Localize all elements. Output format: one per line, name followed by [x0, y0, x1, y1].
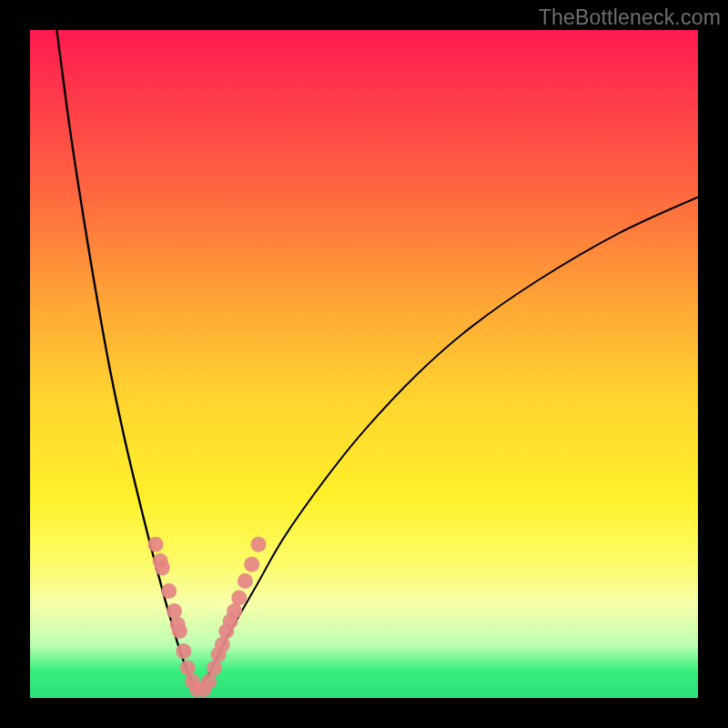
highlight-dots [147, 537, 266, 697]
highlight-dot [161, 583, 177, 599]
highlight-dot [231, 590, 247, 605]
highlight-dot [238, 573, 253, 589]
highlight-dot [147, 537, 163, 552]
highlight-dot [215, 637, 230, 652]
highlight-dot [167, 603, 182, 619]
highlight-dot [172, 623, 187, 639]
right-curve [197, 197, 699, 692]
highlight-dot [227, 603, 242, 619]
watermark-text: TheBottleneck.com [539, 5, 721, 30]
highlight-dot [176, 643, 191, 659]
highlight-dot [201, 673, 217, 689]
highlight-dot [155, 560, 170, 575]
highlight-dot [244, 557, 259, 572]
highlight-dot [180, 660, 196, 675]
outer-frame: TheBottleneck.com [0, 0, 728, 728]
chart-svg [30, 30, 698, 698]
highlight-dot [207, 660, 222, 675]
highlight-dot [251, 537, 267, 552]
